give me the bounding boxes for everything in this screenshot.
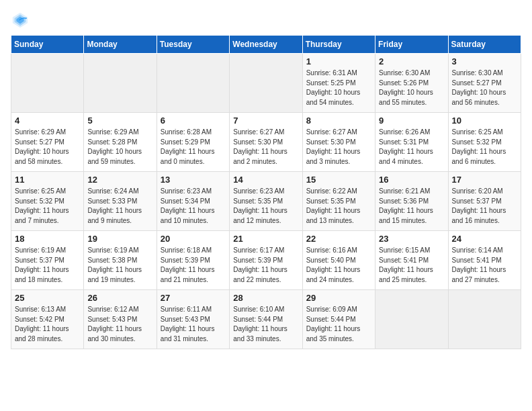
day-number: 9	[379, 116, 444, 126]
day-info: Sunrise: 6:12 AM Sunset: 5:43 PM Dayligh…	[87, 305, 152, 344]
day-number: 27	[161, 293, 226, 303]
day-cell	[84, 54, 157, 113]
day-number: 16	[379, 175, 444, 185]
header-cell-friday: Friday	[375, 36, 448, 54]
day-info: Sunrise: 6:14 AM Sunset: 5:41 PM Dayligh…	[452, 246, 517, 285]
day-info: Sunrise: 6:25 AM Sunset: 5:32 PM Dayligh…	[15, 187, 80, 226]
day-cell: 7Sunrise: 6:27 AM Sunset: 5:30 PM Daylig…	[230, 113, 302, 172]
week-row-2: 4Sunrise: 6:29 AM Sunset: 5:27 PM Daylig…	[11, 113, 521, 172]
header-cell-wednesday: Wednesday	[230, 36, 302, 54]
day-number: 22	[306, 234, 371, 244]
calendar-table: SundayMondayTuesdayWednesdayThursdayFrid…	[11, 35, 521, 349]
day-number: 25	[15, 293, 80, 303]
day-cell: 19Sunrise: 6:19 AM Sunset: 5:38 PM Dayli…	[84, 231, 157, 290]
day-number: 11	[15, 175, 80, 185]
day-number: 17	[452, 175, 517, 185]
day-info: Sunrise: 6:26 AM Sunset: 5:31 PM Dayligh…	[379, 128, 444, 167]
day-info: Sunrise: 6:24 AM Sunset: 5:33 PM Dayligh…	[87, 187, 152, 226]
day-info: Sunrise: 6:29 AM Sunset: 5:27 PM Dayligh…	[15, 128, 80, 167]
day-number: 2	[379, 56, 444, 66]
day-cell	[157, 54, 229, 113]
week-row-5: 25Sunrise: 6:13 AM Sunset: 5:42 PM Dayli…	[11, 290, 521, 349]
day-cell: 9Sunrise: 6:26 AM Sunset: 5:31 PM Daylig…	[375, 113, 448, 172]
week-row-1: 1Sunrise: 6:31 AM Sunset: 5:25 PM Daylig…	[11, 54, 521, 113]
day-info: Sunrise: 6:30 AM Sunset: 5:27 PM Dayligh…	[452, 68, 517, 107]
day-info: Sunrise: 6:30 AM Sunset: 5:26 PM Dayligh…	[379, 68, 444, 107]
day-cell: 26Sunrise: 6:12 AM Sunset: 5:43 PM Dayli…	[84, 290, 157, 349]
day-cell: 18Sunrise: 6:19 AM Sunset: 5:37 PM Dayli…	[11, 231, 84, 290]
day-cell: 12Sunrise: 6:24 AM Sunset: 5:33 PM Dayli…	[84, 172, 157, 231]
day-cell: 21Sunrise: 6:17 AM Sunset: 5:39 PM Dayli…	[230, 231, 302, 290]
day-cell: 13Sunrise: 6:23 AM Sunset: 5:34 PM Dayli…	[157, 172, 229, 231]
day-cell: 20Sunrise: 6:18 AM Sunset: 5:39 PM Dayli…	[157, 231, 229, 290]
day-number: 8	[306, 116, 371, 126]
day-info: Sunrise: 6:09 AM Sunset: 5:44 PM Dayligh…	[306, 305, 371, 344]
day-number: 4	[15, 116, 80, 126]
day-info: Sunrise: 6:19 AM Sunset: 5:37 PM Dayligh…	[15, 246, 80, 285]
header-cell-tuesday: Tuesday	[157, 36, 229, 54]
day-info: Sunrise: 6:15 AM Sunset: 5:41 PM Dayligh…	[379, 246, 444, 285]
day-cell: 11Sunrise: 6:25 AM Sunset: 5:32 PM Dayli…	[11, 172, 84, 231]
page-header	[11, 11, 521, 30]
day-number: 13	[161, 175, 226, 185]
day-number: 26	[87, 293, 152, 303]
day-info: Sunrise: 6:18 AM Sunset: 5:39 PM Dayligh…	[161, 246, 226, 285]
header-cell-thursday: Thursday	[302, 36, 375, 54]
calendar-body: 1Sunrise: 6:31 AM Sunset: 5:25 PM Daylig…	[11, 54, 521, 349]
day-cell: 22Sunrise: 6:16 AM Sunset: 5:40 PM Dayli…	[302, 231, 375, 290]
logo-icon	[11, 11, 30, 30]
day-number: 10	[452, 116, 517, 126]
day-cell: 2Sunrise: 6:30 AM Sunset: 5:26 PM Daylig…	[375, 54, 448, 113]
header-cell-saturday: Saturday	[448, 36, 521, 54]
day-number: 20	[161, 234, 226, 244]
day-cell: 24Sunrise: 6:14 AM Sunset: 5:41 PM Dayli…	[448, 231, 521, 290]
day-info: Sunrise: 6:17 AM Sunset: 5:39 PM Dayligh…	[233, 246, 298, 285]
header-cell-sunday: Sunday	[11, 36, 84, 54]
day-cell: 14Sunrise: 6:23 AM Sunset: 5:35 PM Dayli…	[230, 172, 302, 231]
day-cell: 29Sunrise: 6:09 AM Sunset: 5:44 PM Dayli…	[302, 290, 375, 349]
day-cell: 10Sunrise: 6:25 AM Sunset: 5:32 PM Dayli…	[448, 113, 521, 172]
day-info: Sunrise: 6:29 AM Sunset: 5:28 PM Dayligh…	[87, 128, 152, 167]
header-cell-monday: Monday	[84, 36, 157, 54]
day-number: 6	[161, 116, 226, 126]
day-number: 19	[87, 234, 152, 244]
day-info: Sunrise: 6:19 AM Sunset: 5:38 PM Dayligh…	[87, 246, 152, 285]
day-cell	[11, 54, 84, 113]
day-info: Sunrise: 6:13 AM Sunset: 5:42 PM Dayligh…	[15, 305, 80, 344]
day-info: Sunrise: 6:16 AM Sunset: 5:40 PM Dayligh…	[306, 246, 371, 285]
week-row-4: 18Sunrise: 6:19 AM Sunset: 5:37 PM Dayli…	[11, 231, 521, 290]
day-info: Sunrise: 6:23 AM Sunset: 5:35 PM Dayligh…	[233, 187, 298, 226]
day-number: 18	[15, 234, 80, 244]
week-row-3: 11Sunrise: 6:25 AM Sunset: 5:32 PM Dayli…	[11, 172, 521, 231]
day-info: Sunrise: 6:20 AM Sunset: 5:37 PM Dayligh…	[452, 187, 517, 226]
day-cell: 27Sunrise: 6:11 AM Sunset: 5:43 PM Dayli…	[157, 290, 229, 349]
day-cell: 23Sunrise: 6:15 AM Sunset: 5:41 PM Dayli…	[375, 231, 448, 290]
day-cell: 16Sunrise: 6:21 AM Sunset: 5:36 PM Dayli…	[375, 172, 448, 231]
day-number: 28	[233, 293, 298, 303]
day-cell	[375, 290, 448, 349]
day-cell: 4Sunrise: 6:29 AM Sunset: 5:27 PM Daylig…	[11, 113, 84, 172]
day-info: Sunrise: 6:27 AM Sunset: 5:30 PM Dayligh…	[233, 128, 298, 167]
day-cell: 28Sunrise: 6:10 AM Sunset: 5:44 PM Dayli…	[230, 290, 302, 349]
day-number: 23	[379, 234, 444, 244]
day-cell: 8Sunrise: 6:27 AM Sunset: 5:30 PM Daylig…	[302, 113, 375, 172]
day-info: Sunrise: 6:28 AM Sunset: 5:29 PM Dayligh…	[161, 128, 226, 167]
day-number: 3	[452, 56, 517, 66]
day-info: Sunrise: 6:22 AM Sunset: 5:35 PM Dayligh…	[306, 187, 371, 226]
day-cell: 17Sunrise: 6:20 AM Sunset: 5:37 PM Dayli…	[448, 172, 521, 231]
day-number: 5	[87, 116, 152, 126]
day-cell: 25Sunrise: 6:13 AM Sunset: 5:42 PM Dayli…	[11, 290, 84, 349]
day-number: 12	[87, 175, 152, 185]
day-cell	[448, 290, 521, 349]
day-info: Sunrise: 6:11 AM Sunset: 5:43 PM Dayligh…	[161, 305, 226, 344]
day-number: 1	[306, 56, 371, 66]
day-info: Sunrise: 6:10 AM Sunset: 5:44 PM Dayligh…	[233, 305, 298, 344]
day-info: Sunrise: 6:21 AM Sunset: 5:36 PM Dayligh…	[379, 187, 444, 226]
day-number: 29	[306, 293, 371, 303]
logo	[11, 11, 32, 30]
day-number: 24	[452, 234, 517, 244]
day-cell: 1Sunrise: 6:31 AM Sunset: 5:25 PM Daylig…	[302, 54, 375, 113]
day-cell: 3Sunrise: 6:30 AM Sunset: 5:27 PM Daylig…	[448, 54, 521, 113]
day-info: Sunrise: 6:31 AM Sunset: 5:25 PM Dayligh…	[306, 68, 371, 107]
day-info: Sunrise: 6:25 AM Sunset: 5:32 PM Dayligh…	[452, 128, 517, 167]
